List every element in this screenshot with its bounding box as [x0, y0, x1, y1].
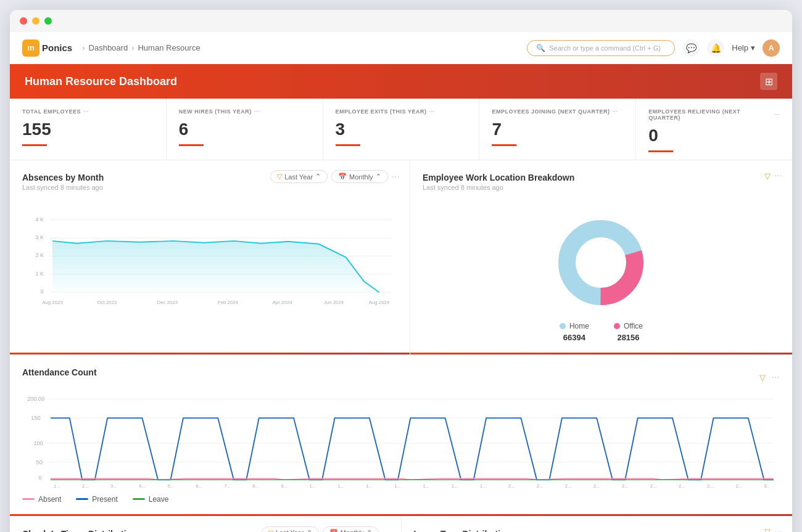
svg-text:3 K: 3 K [36, 234, 44, 240]
present-legend: Present [76, 495, 117, 504]
checkin-monthly-period[interactable]: 📅 Monthly ⌃ [323, 526, 379, 532]
donut-svg [545, 213, 656, 312]
svg-text:9...: 9... [281, 483, 287, 488]
kpi-bar [179, 144, 204, 146]
checkin-year-filter[interactable]: ▽ Last Year ⌃ [262, 526, 319, 532]
work-location-controls: ▽ ··· [764, 170, 782, 181]
work-location-subtitle: Last synced 8 minutes ago [423, 184, 780, 191]
attendance-panel: Attendance Count ▽ ··· 200.00 150 100 50… [10, 355, 792, 517]
more-options-icon[interactable]: ··· [772, 372, 780, 383]
svg-text:0: 0 [39, 475, 42, 481]
svg-text:7...: 7... [224, 483, 231, 488]
kpi-bar [648, 150, 673, 152]
kpi-more-icon[interactable]: ··· [254, 108, 260, 115]
absent-legend: Absent [22, 495, 61, 504]
monthly-period[interactable]: 📅 Monthly ⌃ [331, 170, 388, 183]
maximize-dot[interactable] [44, 17, 52, 25]
svg-text:1...: 1... [337, 483, 344, 488]
attendance-title: Attendance Count [22, 367, 97, 377]
svg-text:2...: 2... [622, 483, 629, 488]
chart-bottom-bar [10, 353, 410, 354]
logo-text: Ponics [42, 43, 72, 53]
leave-type-title: Leave Type Distribution [414, 529, 780, 532]
svg-text:1...: 1... [309, 483, 316, 488]
svg-text:1...: 1... [54, 483, 60, 488]
svg-text:Aug 2024: Aug 2024 [369, 300, 390, 305]
more-options-icon[interactable]: ··· [392, 171, 400, 182]
bottom-charts-row: Check-In Times Distribution Last synced … [10, 517, 792, 532]
svg-text:1...: 1... [452, 483, 458, 488]
more-options-icon[interactable]: ··· [774, 526, 782, 532]
svg-text:1...: 1... [366, 483, 373, 488]
more-options-icon[interactable]: ··· [382, 527, 391, 532]
svg-text:Dec 2023: Dec 2023 [157, 300, 178, 305]
kpi-total-employees: TOTAL EMPLOYEES ··· 155 [10, 99, 167, 160]
kpi-more-icon[interactable]: ··· [83, 108, 89, 115]
donut-chart-area: Home 66394 Office 28156 [423, 201, 780, 342]
leave-legend-line [133, 498, 145, 500]
search-icon: 🔍 [536, 44, 545, 52]
more-options-icon[interactable]: ··· [774, 170, 782, 181]
filter-icon[interactable]: ▽ [759, 373, 766, 382]
svg-text:1...: 1... [480, 483, 487, 488]
close-dot[interactable] [20, 17, 27, 25]
svg-text:0: 0 [40, 289, 43, 295]
absences-controls: ▽ Last Year ⌃ 📅 Monthly ⌃ ··· [270, 170, 400, 183]
svg-text:1...: 1... [395, 483, 402, 488]
kpi-more-icon[interactable]: ··· [774, 112, 780, 118]
svg-text:2...: 2... [537, 483, 544, 488]
svg-text:6...: 6... [196, 483, 202, 488]
app-window: m Ponics › Dashboard › Human Resource 🔍 … [10, 10, 792, 532]
svg-text:Aug 2023: Aug 2023 [42, 300, 63, 305]
work-location-panel: Employee Work Location Breakdown Last sy… [410, 160, 792, 354]
filter-icon[interactable]: ▽ [764, 527, 771, 532]
chevron-icon: ⌃ [307, 529, 312, 532]
kpi-row: TOTAL EMPLOYEES ··· 155 NEW HIRES (THIS … [10, 99, 792, 160]
svg-text:5...: 5... [167, 483, 174, 488]
chevron-icon: ⌃ [315, 173, 321, 181]
filter-icon[interactable]: ▽ [764, 171, 771, 181]
charts-row-1: Absences by Month Last synced 8 minutes … [10, 160, 792, 355]
breadcrumb-dashboard[interactable]: Dashboard [89, 43, 128, 52]
kpi-bar [492, 144, 516, 146]
absences-chart-panel: Absences by Month Last synced 8 minutes … [10, 160, 410, 354]
calendar-icon: 📅 [329, 529, 338, 532]
svg-text:4...: 4... [139, 483, 146, 488]
last-year-filter[interactable]: ▽ Last Year ⌃ [270, 170, 328, 183]
checkin-panel: Check-In Times Distribution Last synced … [10, 517, 402, 532]
absences-svg-chart: 0 1 K 2 K 3 K 4 K [22, 206, 397, 312]
breadcrumb-sep1: › [82, 43, 85, 52]
svg-text:100: 100 [33, 440, 43, 446]
svg-text:2...: 2... [508, 483, 515, 488]
svg-text:2 K: 2 K [36, 252, 44, 258]
title-bar [10, 10, 792, 32]
svg-text:200.00: 200.00 [27, 396, 44, 402]
help-button[interactable]: Help ▾ [732, 43, 755, 52]
svg-text:Feb 2024: Feb 2024 [218, 300, 239, 305]
svg-text:150: 150 [31, 415, 40, 421]
dashboard-menu-icon[interactable]: ⊞ [760, 73, 777, 90]
leave-type-panel: Leave Type Distribution Last synced 8 mi… [402, 517, 793, 532]
svg-text:2...: 2... [735, 483, 742, 488]
chevron-down-icon: ▾ [751, 43, 755, 52]
svg-text:2...: 2... [593, 483, 600, 488]
chart-bottom-bar [410, 353, 792, 354]
svg-text:Oct 2023: Oct 2023 [97, 300, 117, 305]
logo[interactable]: m Ponics [22, 39, 72, 57]
svg-text:8...: 8... [252, 483, 259, 488]
dashboard-header: Human Resource Dashboard ⊞ [10, 64, 792, 99]
legend-home: Home 66394 [560, 322, 589, 342]
chat-icon[interactable]: 💬 [682, 39, 700, 57]
kpi-more-icon[interactable]: ··· [429, 108, 434, 115]
navbar-right: 🔍 Search or type a command (Ctrl + G) 💬 … [527, 39, 780, 57]
minimize-dot[interactable] [32, 17, 39, 25]
kpi-joining: EMPLOYEES JOINING (NEXT QUARTER) ··· 7 [479, 99, 636, 160]
search-box[interactable]: 🔍 Search or type a command (Ctrl + G) [527, 40, 675, 56]
filter-icon: ▽ [268, 529, 273, 532]
svg-text:3...: 3... [110, 483, 117, 488]
avatar[interactable]: A [763, 39, 780, 57]
kpi-more-icon[interactable]: ··· [612, 108, 618, 115]
bell-icon[interactable]: 🔔 [707, 39, 724, 57]
home-color-dot [560, 323, 566, 329]
kpi-relieving: EMPLOYEES RELIEVING (NEXT QUARTER) ··· 0 [636, 99, 792, 160]
